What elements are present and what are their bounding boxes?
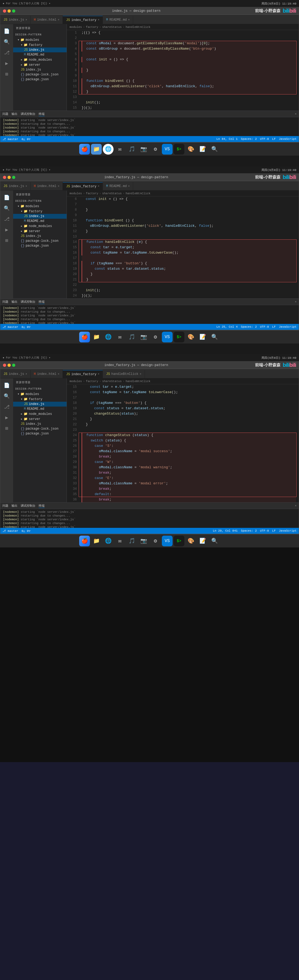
tab-index-html-1[interactable]: H index.html × xyxy=(30,16,63,24)
sidebar-node-modules-1[interactable]: ▸ 📁 node_modules xyxy=(13,57,67,62)
terminal-tab-debug-3[interactable]: 调试控制台 xyxy=(21,504,35,508)
tab-index-js-3[interactable]: JS index.js × xyxy=(0,370,30,378)
terminal-close-3[interactable]: × xyxy=(295,504,297,508)
debug-icon-3[interactable]: ▶ xyxy=(2,413,11,422)
dock-icon-3-11[interactable]: 📝 xyxy=(197,536,208,546)
tab-index-factory-1[interactable]: JS index_factory × xyxy=(63,16,103,24)
explorer-icon-3[interactable]: 📄 xyxy=(2,380,11,390)
sidebar-factory-2[interactable]: ▾📁factory xyxy=(13,209,67,214)
extensions-icon-3[interactable]: ⊞ xyxy=(2,423,11,433)
terminal-tab-output-3[interactable]: 输出 xyxy=(11,504,17,508)
terminal-tab-terminal-1[interactable]: 终端 xyxy=(39,112,45,116)
terminal-tab-problems-1[interactable]: 问题 xyxy=(2,112,8,116)
sidebar-readme-3[interactable]: MREADME.md xyxy=(13,407,67,411)
dock-icon-3-12[interactable]: 🔍 xyxy=(209,536,220,546)
terminal-close-2[interactable]: × xyxy=(295,300,297,304)
dock-icon-more-2[interactable]: 📝 xyxy=(197,144,208,154)
terminal-tab-output-1[interactable]: 输出 xyxy=(11,112,17,116)
dock-icon-settings[interactable]: ⚙ xyxy=(150,144,161,154)
sidebar-pkg-lock-1[interactable]: {} package-lock.json xyxy=(13,72,67,77)
sidebar-index-js-2[interactable]: JSindex.js xyxy=(13,214,67,219)
dock-icon-3-7[interactable]: ⚙ xyxy=(150,536,161,546)
dock-icon-3-10[interactable]: 🎨 xyxy=(186,536,196,546)
dock-icon-2-8[interactable]: VS xyxy=(162,332,173,342)
dock-icon-2-10[interactable]: 🎨 xyxy=(186,332,196,342)
dock-icon-2-6[interactable]: 📷 xyxy=(138,332,149,342)
dock-icon-terminal[interactable]: $> xyxy=(174,144,184,154)
maximize-btn-2[interactable] xyxy=(12,176,15,179)
sidebar-modules-1[interactable]: ▾ 📁 modules xyxy=(13,37,67,42)
sidebar-node-3[interactable]: ▸📁node_modules xyxy=(13,411,67,417)
sidebar-index-js-3[interactable]: JSindex.js xyxy=(13,402,67,407)
terminal-close-1[interactable]: × xyxy=(295,113,297,116)
dock-icon-3-1[interactable]: 🍎 xyxy=(79,536,90,546)
git-branch-2[interactable]: ⎇ master xyxy=(2,325,18,329)
extensions-icon-2[interactable]: ⊞ xyxy=(2,235,11,245)
debug-icon-2[interactable]: ▶ xyxy=(2,225,11,234)
dock-icon-2-2[interactable]: 📁 xyxy=(91,332,102,342)
sidebar-pkg-1[interactable]: {} package.json xyxy=(13,77,67,82)
search-icon-3[interactable]: 🔍 xyxy=(2,391,11,401)
sidebar-index-root-3[interactable]: JSindex.js xyxy=(13,422,67,426)
terminal-tab-terminal-3[interactable]: 终端 xyxy=(39,504,45,508)
close-btn-1[interactable] xyxy=(3,10,6,13)
sidebar-pkg-lock-2[interactable]: {}package-lock.json xyxy=(13,239,67,243)
sidebar-modules-2[interactable]: ▾📁modules xyxy=(13,204,67,209)
dock-icon-2-9[interactable]: $> xyxy=(174,332,184,342)
dock-icon-3-9[interactable]: $> xyxy=(174,536,184,546)
dock-icon-folder[interactable]: 📁 xyxy=(91,144,102,154)
minimize-btn-1[interactable] xyxy=(8,10,11,13)
tab-factory-3[interactable]: JS index_factory × xyxy=(63,370,103,378)
maximize-btn-3[interactable] xyxy=(12,364,15,367)
git-icon-3[interactable]: ⎇ xyxy=(2,402,11,412)
sidebar-index-js-1[interactable]: JS index.js xyxy=(13,48,67,52)
dock-icon-2-1[interactable]: 🍎 xyxy=(79,332,90,342)
dock-icon-finder[interactable]: 🍎 xyxy=(79,144,90,154)
dock-icon-3-3[interactable]: 🌐 xyxy=(103,536,113,546)
sidebar-pkg-3[interactable]: {}package.json xyxy=(13,431,67,436)
sidebar-server-2[interactable]: ▸📁server xyxy=(13,229,67,234)
sidebar-index-root-2[interactable]: JSindex.js xyxy=(13,234,67,239)
maximize-btn-1[interactable] xyxy=(12,10,15,13)
tab-readme-2[interactable]: M README.md × xyxy=(103,182,133,190)
sidebar-pkg-lock-3[interactable]: {}package-lock.json xyxy=(13,426,67,431)
terminal-tab-problems-3[interactable]: 问题 xyxy=(2,504,8,508)
terminal-tab-terminal-2[interactable]: 终端 xyxy=(39,300,45,304)
terminal-tab-output-2[interactable]: 输出 xyxy=(11,300,17,304)
dock-icon-3-5[interactable]: 🎵 xyxy=(126,536,137,546)
dock-icon-3-4[interactable]: ✉ xyxy=(115,536,125,546)
dock-icon-3-8[interactable]: VS xyxy=(162,536,173,546)
sidebar-server-1[interactable]: ▸ 📁 server xyxy=(13,62,67,67)
explorer-icon-2[interactable]: 📄 xyxy=(2,192,11,202)
tab-index-js-2[interactable]: JS index.js × xyxy=(0,182,30,190)
sidebar-modules-3[interactable]: ▾📁modules xyxy=(13,391,67,397)
search-icon-2[interactable]: 🔍 xyxy=(2,204,11,213)
dock-icon-2-7[interactable]: ⚙ xyxy=(150,332,161,342)
debug-icon-1[interactable]: ▶ xyxy=(2,59,11,68)
dock-icon-photos[interactable]: 📷 xyxy=(138,144,149,154)
dock-icon-more-3[interactable]: 🔍 xyxy=(209,144,220,154)
sidebar-readme-1[interactable]: M README.md xyxy=(13,52,67,57)
sidebar-index-root-1[interactable]: JS index.js xyxy=(13,67,67,72)
git-branch-3[interactable]: ⎇ master xyxy=(2,529,18,533)
dock-icon-3-6[interactable]: 📷 xyxy=(138,536,149,546)
tab-index-js-1[interactable]: JS index.js × xyxy=(0,16,30,24)
dock-icon-chrome[interactable]: 🌐 xyxy=(103,144,113,154)
sidebar-factory-3[interactable]: ▾📁factory xyxy=(13,397,67,402)
explorer-icon-1[interactable]: 📄 xyxy=(2,26,11,36)
tab-readme-1[interactable]: M README.md × xyxy=(103,16,133,24)
minimize-btn-2[interactable] xyxy=(8,176,11,179)
dock-icon-2-12[interactable]: 🔍 xyxy=(209,332,220,342)
minimize-btn-3[interactable] xyxy=(8,364,11,367)
dock-icon-vscode[interactable]: VS xyxy=(162,144,173,154)
dock-icon-2-3[interactable]: 🌐 xyxy=(103,332,113,342)
sidebar-node-2[interactable]: ▸📁node_modules xyxy=(13,224,67,229)
tab-index-html-3[interactable]: H index.html × xyxy=(30,370,63,378)
git-icon-1[interactable]: ⎇ xyxy=(2,48,11,57)
terminal-tab-debug-1[interactable]: 调试控制台 xyxy=(21,112,35,116)
sidebar-server-3[interactable]: ▸📁server xyxy=(13,417,67,422)
git-icon-2[interactable]: ⎇ xyxy=(2,214,11,224)
git-branch-1[interactable]: ⎇ master xyxy=(2,137,18,141)
dock-icon-2-5[interactable]: 🎵 xyxy=(126,332,137,342)
tab-index-html-2[interactable]: H index.html × xyxy=(30,182,63,190)
